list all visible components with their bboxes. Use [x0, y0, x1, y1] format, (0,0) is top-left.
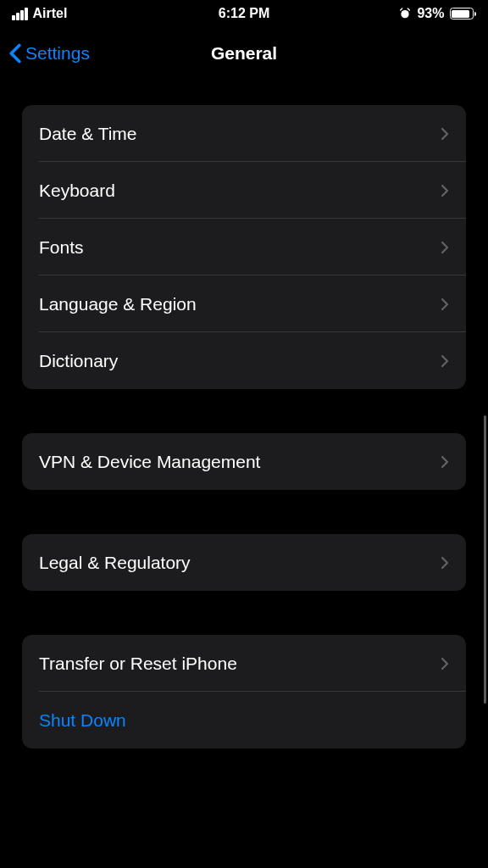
battery-icon	[450, 8, 477, 19]
settings-row-shut-down[interactable]: Shut Down	[22, 692, 466, 748]
settings-group: Transfer or Reset iPhoneShut Down	[22, 635, 466, 748]
settings-content: Date & TimeKeyboardFontsLanguage & Regio…	[0, 80, 488, 748]
svg-point-0	[402, 10, 409, 18]
signal-strength-icon	[12, 8, 28, 20]
settings-row-transfer-or-reset-iphone[interactable]: Transfer or Reset iPhone	[22, 635, 466, 692]
status-right: 93%	[398, 6, 476, 21]
chevron-right-icon	[441, 556, 449, 570]
settings-group: Legal & Regulatory	[22, 534, 466, 591]
chevron-left-icon	[8, 43, 22, 64]
status-left: Airtel	[12, 6, 67, 21]
row-label: Dictionary	[39, 351, 118, 371]
chevron-right-icon	[441, 241, 449, 254]
row-label: Fonts	[39, 237, 84, 258]
settings-row-dictionary[interactable]: Dictionary	[22, 332, 466, 389]
status-bar: Airtel 6:12 PM 93%	[0, 0, 488, 27]
row-label: VPN & Device Management	[39, 452, 260, 472]
chevron-right-icon	[441, 127, 449, 141]
carrier-label: Airtel	[33, 6, 68, 21]
row-label: Keyboard	[39, 181, 115, 201]
chevron-right-icon	[441, 657, 449, 670]
settings-group: Date & TimeKeyboardFontsLanguage & Regio…	[22, 105, 466, 389]
chevron-right-icon	[441, 184, 449, 198]
row-label: Date & Time	[39, 124, 137, 144]
chevron-right-icon	[441, 455, 449, 469]
scrollbar[interactable]	[484, 415, 486, 704]
row-label: Language & Region	[39, 294, 197, 314]
settings-row-fonts[interactable]: Fonts	[22, 219, 466, 275]
battery-percent-label: 93%	[417, 6, 444, 21]
chevron-right-icon	[441, 354, 449, 368]
alarm-icon	[398, 7, 412, 20]
status-time: 6:12 PM	[219, 6, 269, 21]
back-button-label: Settings	[25, 43, 90, 64]
settings-row-language-region[interactable]: Language & Region	[22, 275, 466, 332]
navigation-bar: Settings General	[0, 27, 488, 80]
row-label: Transfer or Reset iPhone	[39, 654, 237, 674]
settings-row-date-time[interactable]: Date & Time	[22, 105, 466, 162]
row-label: Legal & Regulatory	[39, 553, 191, 573]
settings-group: VPN & Device Management	[22, 433, 466, 490]
settings-row-legal-regulatory[interactable]: Legal & Regulatory	[22, 534, 466, 591]
back-button[interactable]: Settings	[8, 43, 90, 64]
chevron-right-icon	[441, 298, 449, 311]
settings-row-keyboard[interactable]: Keyboard	[22, 162, 466, 219]
page-title: General	[211, 43, 277, 64]
settings-row-vpn-device-management[interactable]: VPN & Device Management	[22, 433, 466, 490]
row-label: Shut Down	[39, 710, 126, 731]
